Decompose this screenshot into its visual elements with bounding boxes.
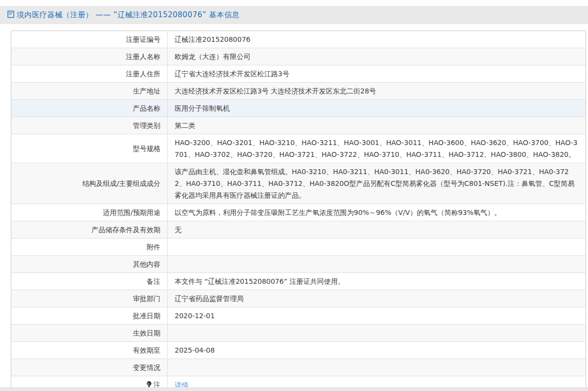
row-value-cell <box>168 325 586 342</box>
row-label-cell: 有效期至 <box>11 342 168 359</box>
row-label: 批准日期 <box>133 312 160 320</box>
row-label-cell: 备注 <box>11 273 168 290</box>
row-label: 备注 <box>147 277 160 285</box>
row-label-cell: 适用范围/预期用途 <box>11 204 168 221</box>
table-row: 附件 <box>11 239 586 256</box>
row-label-cell: 生效日期 <box>11 325 168 342</box>
row-value-cell: 医用分子筛制氧机 <box>168 100 586 117</box>
row-value-cell: 2020-12-01 <box>168 307 586 325</box>
row-label-cell: 管理类别 <box>11 117 168 134</box>
row-label: 生效日期 <box>133 329 160 337</box>
page-title-text: 境内医疗器械（注册） —— “辽械注准20152080076” 基本信息 <box>17 10 240 20</box>
row-value: 以空气为原料，利用分子筛变压吸附工艺生产氧浓度范围为90%～96%（V/V）的氧… <box>175 209 501 216</box>
row-label-cell: 其他内容 <box>11 256 168 273</box>
row-label-cell: 变更情况 <box>11 359 168 376</box>
row-value: 2025-04-08 <box>175 346 215 354</box>
row-label-cell: 型号规格 <box>11 134 168 163</box>
table-row: 批准日期2020-12-01 <box>11 307 586 325</box>
table-row: 生产地址大连经济技术开发区松江路3号 大连经济技术开发区东北二街28号 <box>11 83 586 100</box>
row-label: 产品储存条件及有效期 <box>92 226 160 234</box>
row-label-cell: 结构及组成/主要组成成分 <box>11 163 168 204</box>
table-row: 注册人名称欧姆龙（大连）有限公司 <box>11 48 586 65</box>
row-label: 变更情况 <box>133 363 160 371</box>
table-row: 生效日期 <box>11 325 586 342</box>
table-row: 适用范围/预期用途以空气为原料，利用分子筛变压吸附工艺生产氧浓度范围为90%～9… <box>11 204 586 221</box>
row-value-cell: 以空气为原料，利用分子筛变压吸附工艺生产氧浓度范围为90%～96%（V/V）的氧… <box>168 204 586 221</box>
table-row: 审批部门辽宁省药品监督管理局 <box>11 290 586 307</box>
row-label-cell: 产品储存条件及有效期 <box>11 221 168 239</box>
table-row: 其他内容 <box>11 256 586 273</box>
page-header: 境内医疗器械（注册） —— “辽械注准20152080076” 基本信息 <box>0 6 588 24</box>
row-label: 注册证编号 <box>126 35 160 43</box>
row-value: HAO-3200、HAO-3201、HAO-3210、HAO-3211、HAO-… <box>175 139 578 158</box>
table-row: 注册证编号辽械注准20152080076 <box>11 31 586 48</box>
row-value-cell: 辽宁省大连经济技术开发区松江路3号 <box>168 65 586 83</box>
row-label: 生产地址 <box>133 87 160 95</box>
row-value: 该产品由主机、湿化壶和鼻氧管组成。HA0-3210、HA0-3211、HA0-3… <box>175 168 574 199</box>
row-value-cell <box>168 359 586 376</box>
registration-info-table: 注册证编号辽械注准20152080076注册人名称欧姆龙（大连）有限公司注册人住… <box>11 30 586 391</box>
row-label: 有效期至 <box>133 346 160 354</box>
row-value: 辽械注准20152080076 <box>175 35 250 43</box>
row-label-cell: 产品名称 <box>11 100 168 117</box>
table-row: 备注本文件与 “辽械注准20152080076” 注册证共同使用。 <box>11 273 586 290</box>
row-label: 管理类别 <box>133 121 160 129</box>
page-title: 境内医疗器械（注册） —— “辽械注准20152080076” 基本信息 <box>7 10 240 20</box>
row-value: 无 <box>175 226 182 234</box>
table-row: 变更情况 <box>11 359 586 376</box>
row-value-cell <box>168 256 586 273</box>
row-label: 附件 <box>147 243 160 251</box>
row-value-cell: 本文件与 “辽械注准20152080076” 注册证共同使用。 <box>168 273 586 290</box>
row-value: 大连经济技术开发区松江路3号 大连经济技术开发区东北二街28号 <box>175 87 376 95</box>
row-label-cell: 注册人住所 <box>11 65 168 83</box>
row-label-cell: 注册证编号 <box>11 31 168 48</box>
document-icon <box>7 10 14 20</box>
table-row: 产品名称医用分子筛制氧机 <box>11 100 586 117</box>
table-row: 产品储存条件及有效期无 <box>11 221 586 239</box>
row-label-cell: 生产地址 <box>11 83 168 100</box>
row-label-cell: 审批部门 <box>11 290 168 307</box>
row-value: 欧姆龙（大连）有限公司 <box>175 53 250 60</box>
row-value-cell: 该产品由主机、湿化壶和鼻氧管组成。HA0-3210、HA0-3211、HA0-3… <box>168 163 586 204</box>
row-value-cell: HAO-3200、HAO-3201、HAO-3210、HAO-3211、HAO-… <box>168 134 586 163</box>
table-row: 结构及组成/主要组成成分该产品由主机、湿化壶和鼻氧管组成。HA0-3210、HA… <box>11 163 586 204</box>
row-label: 审批部门 <box>133 295 160 302</box>
table-row: 型号规格HAO-3200、HAO-3201、HAO-3210、HAO-3211、… <box>11 134 586 163</box>
row-label: 产品名称 <box>133 104 160 112</box>
row-label: 注册人住所 <box>126 70 160 78</box>
row-value: 辽宁省药品监督管理局 <box>175 295 244 302</box>
row-value: 医用分子筛制氧机 <box>175 104 230 112</box>
row-value: 辽宁省大连经济技术开发区松江路3号 <box>175 70 289 78</box>
row-value-cell: 欧姆龙（大连）有限公司 <box>168 48 586 65</box>
row-value-cell: 2025-04-08 <box>168 342 586 359</box>
bottom-strip <box>0 387 588 391</box>
row-label-cell: 批准日期 <box>11 307 168 325</box>
table-row: 管理类别第二类 <box>11 117 586 134</box>
row-label: 注册人名称 <box>126 53 160 60</box>
row-label-cell: 附件 <box>11 239 168 256</box>
row-value-cell: 辽宁省药品监督管理局 <box>168 290 586 307</box>
row-value: 2020-12-01 <box>175 312 215 320</box>
table-row: 注册人住所辽宁省大连经济技术开发区松江路3号 <box>11 65 586 83</box>
row-value-cell: 第二类 <box>168 117 586 134</box>
row-value-cell: 无 <box>168 221 586 239</box>
row-value-cell: 大连经济技术开发区松江路3号 大连经济技术开发区东北二街28号 <box>168 83 586 100</box>
row-value-cell <box>168 239 586 256</box>
row-value-cell: 辽械注准20152080076 <box>168 31 586 48</box>
row-label: 其他内容 <box>133 260 160 268</box>
row-label: 适用范围/预期用途 <box>103 209 160 216</box>
row-label-cell: 注册人名称 <box>11 48 168 65</box>
row-label: 结构及组成/主要组成成分 <box>82 180 160 187</box>
row-label: 型号规格 <box>133 145 160 152</box>
row-value: 本文件与 “辽械注准20152080076” 注册证共同使用。 <box>175 277 344 285</box>
table-row: 有效期至2025-04-08 <box>11 342 586 359</box>
row-value: 第二类 <box>175 121 195 129</box>
